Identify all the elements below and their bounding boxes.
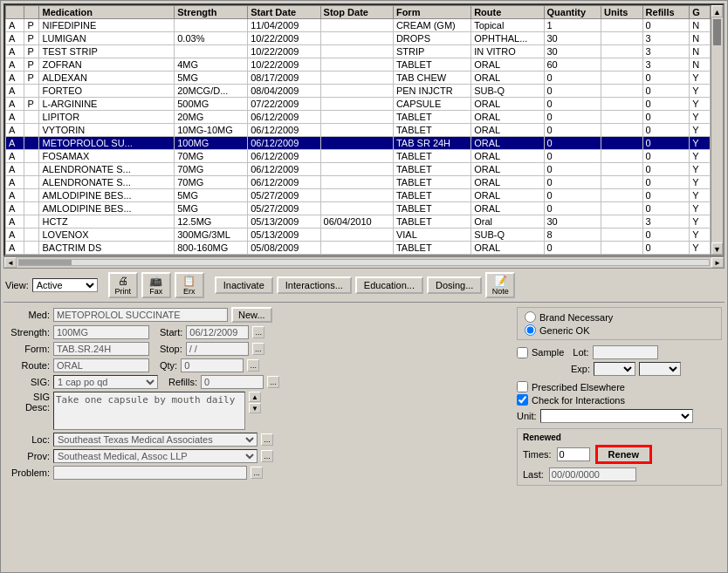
last-date-input[interactable]	[549, 467, 636, 481]
table-cell: 0	[642, 189, 690, 202]
table-row[interactable]: APLUMIGAN0.03%10/22/2009DROPSOPHTHAL...3…	[6, 32, 711, 45]
scroll-left-btn[interactable]: ◄	[4, 257, 17, 268]
table-cell: LOVENOX	[39, 229, 175, 242]
table-cell: ORAL	[471, 58, 544, 72]
sig-desc-textarea[interactable]: Take one capsule by mouth daily	[53, 392, 245, 430]
loc-browse-btn[interactable]: ...	[261, 433, 273, 446]
table-row[interactable]: AALENDRONATE S...70MG06/12/2009TABLETORA…	[6, 176, 711, 189]
loc-select[interactable]: Southeast Texas Medical Associates	[53, 433, 258, 447]
table-row[interactable]: AMETOPROLOL SU...100MG06/12/2009TAB SR 2…	[6, 137, 711, 150]
start-input[interactable]	[186, 325, 249, 339]
education-button[interactable]: Education...	[355, 276, 423, 294]
table-row[interactable]: AAMLODIPINE BES...5MG05/27/2009TABLETORA…	[6, 189, 711, 202]
table-cell	[24, 202, 39, 215]
interactions-button[interactable]: Interactions...	[277, 276, 352, 294]
prescribed-elsewhere-checkbox[interactable]	[517, 381, 528, 392]
table-cell: 05/27/2009	[248, 189, 320, 202]
table-cell	[601, 242, 642, 255]
table-row[interactable]: AVYTORIN10MG-10MG06/12/2009TABLETORAL00Y	[6, 124, 711, 137]
table-row[interactable]: ABACTRIM DS800-160MG05/08/2009TABLETORAL…	[6, 242, 711, 255]
exp-month-select[interactable]	[594, 362, 635, 376]
table-row[interactable]: AFOSAMAX70MG06/12/2009TABLETORAL00Y	[6, 150, 711, 163]
scroll-track	[711, 17, 723, 242]
table-row[interactable]: APTEST STRIP10/22/2009STRIPIN VITRO303N	[6, 45, 711, 58]
col-header-units: Units	[601, 6, 642, 19]
table-row[interactable]: APALDEXAN5MG08/17/2009TAB CHEWORAL00Y	[6, 72, 711, 85]
med-label: Med:	[6, 310, 50, 320]
refills-browse-btn[interactable]: ...	[267, 376, 279, 388]
sig-select[interactable]: 1 cap po qd	[53, 375, 158, 389]
prov-browse-btn[interactable]: ...	[261, 450, 273, 462]
table-cell: Y	[690, 150, 711, 163]
lot-input[interactable]	[593, 345, 658, 359]
route-input[interactable]	[53, 358, 149, 372]
table-row[interactable]: ALIPITOR20MG06/12/2009TABLETORAL00Y	[6, 111, 711, 124]
dosing-button[interactable]: Dosing...	[427, 276, 482, 294]
refills-input[interactable]	[201, 375, 264, 389]
med-input[interactable]	[53, 308, 228, 322]
erx-button[interactable]: 📋 Erx	[175, 272, 204, 298]
note-button[interactable]: 📝 Note	[485, 272, 515, 298]
table-row[interactable]: APZOFRAN4MG10/22/2009TABLETORAL603N	[6, 58, 711, 72]
table-row[interactable]: APNIFEDIPINE11/04/2009CREAM (GM)Topical1…	[6, 19, 711, 32]
new-button[interactable]: New...	[231, 307, 272, 323]
table-cell: 800-160MG	[175, 242, 248, 255]
qty-input[interactable]	[181, 358, 244, 372]
unit-select[interactable]	[540, 409, 693, 423]
table-cell	[24, 189, 39, 202]
generic-ok-radio[interactable]	[525, 324, 536, 336]
table-cell: 10/22/2009	[248, 32, 320, 45]
table-cell	[320, 176, 393, 189]
vertical-scrollbar[interactable]: ▲ ▼	[711, 5, 723, 255]
table-cell: 12.5MG	[175, 215, 248, 229]
scroll-right-btn[interactable]: ►	[711, 257, 724, 268]
qty-browse-btn[interactable]: ...	[247, 359, 259, 372]
table-cell	[320, 202, 393, 215]
table-cell: ORAL	[471, 176, 544, 189]
scroll-thumb[interactable]	[713, 19, 721, 45]
brand-necessary-radio[interactable]	[525, 311, 536, 323]
sig-scroll-down[interactable]: ▼	[249, 403, 261, 413]
table-cell	[601, 163, 642, 176]
problem-input[interactable]	[53, 466, 247, 480]
sig-scroll-up[interactable]: ▲	[249, 392, 261, 402]
sig-row: SIG: 1 cap po qd Refills: ...	[6, 375, 510, 389]
sample-checkbox[interactable]	[517, 347, 528, 358]
table-cell	[320, 32, 393, 45]
table-row[interactable]: ALOVENOX300MG/3ML05/13/2009VIALSUB-Q80Y	[6, 229, 711, 242]
scroll-up-btn[interactable]: ▲	[711, 5, 723, 17]
strength-input[interactable]	[53, 325, 149, 339]
table-row[interactable]: APL-ARGININE500MG07/22/2009CAPSULEORAL00…	[6, 98, 711, 111]
stop-browse-btn[interactable]: ...	[252, 343, 264, 355]
table-row[interactable]: AALENDRONATE S...70MG06/12/2009TABLETORA…	[6, 163, 711, 176]
view-select[interactable]: Active	[32, 278, 98, 292]
table-cell: 0	[642, 202, 690, 215]
problem-browse-btn[interactable]: ...	[251, 467, 263, 479]
prov-label: Prov:	[6, 451, 50, 461]
table-cell: 06/12/2009	[248, 176, 320, 189]
start-browse-btn[interactable]: ...	[252, 326, 264, 338]
stop-input[interactable]	[186, 342, 249, 356]
table-cell: 0	[544, 150, 601, 163]
exp-year-select[interactable]	[639, 362, 681, 376]
fax-button[interactable]: 📠 Fax	[141, 272, 171, 298]
h-scroll-thumb[interactable]	[19, 260, 72, 265]
table-cell: A	[6, 242, 24, 255]
check-interactions-checkbox[interactable]	[517, 394, 528, 406]
horizontal-scrollbar[interactable]: ◄ ►	[3, 256, 725, 269]
times-input[interactable]	[557, 447, 590, 461]
form-input[interactable]	[53, 342, 149, 356]
table-row[interactable]: AAMLODIPINE BES...5MG05/27/2009TABLETORA…	[6, 202, 711, 215]
inactivate-button[interactable]: Inactivate	[215, 276, 273, 294]
table-cell: 500MG	[175, 98, 248, 111]
col-header-qty: Quantity	[544, 6, 601, 19]
table-cell: TABLET	[393, 150, 470, 163]
table-row[interactable]: AFORTEO20MCG/D...08/04/2009PEN INJCTRSUB…	[6, 85, 711, 98]
print-button[interactable]: 🖨 Print	[108, 272, 138, 298]
scroll-down-btn[interactable]: ▼	[711, 242, 723, 255]
table-row[interactable]: AHCTZ12.5MG05/13/200906/04/2010TABLETOra…	[6, 215, 711, 229]
renew-button[interactable]: Renew	[595, 445, 652, 464]
prov-select[interactable]: Southeast Medical, Assoc LLP	[53, 449, 258, 463]
h-scroll-track	[18, 259, 710, 266]
exp-row: Exp:	[517, 362, 722, 376]
